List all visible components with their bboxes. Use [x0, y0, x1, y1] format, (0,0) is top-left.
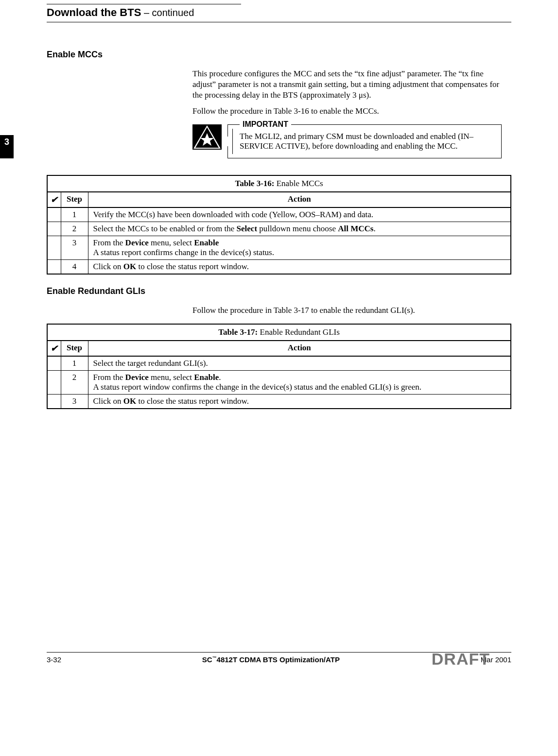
page-number: 3-32: [47, 655, 61, 664]
action-cell: Click on OK to close the status report w…: [88, 260, 511, 275]
running-head-continued: – continued: [141, 7, 194, 18]
chapter-flag-number: 3: [4, 137, 9, 147]
step-number: 1: [61, 356, 88, 371]
step-number: 2: [61, 222, 88, 236]
action-cell: Verify the MCC(s) have been downloaded w…: [88, 207, 511, 222]
table-row: 3 From the Device menu, select Enable A …: [47, 236, 511, 260]
para-1: This procedure configures the MCC and se…: [192, 69, 502, 100]
action-cell: From the Device menu, select Enable. A s…: [88, 370, 511, 394]
table-3-17: Table 3-17: Enable Redundant GLIs ✔ Step…: [47, 324, 511, 409]
table-row: 2 Select the MCCs to be enabled or from …: [47, 222, 511, 236]
step-number: 3: [61, 236, 88, 260]
action-cell: Select the MCCs to be enabled or from th…: [88, 222, 511, 236]
chapter-flag: 3: [0, 135, 14, 158]
footer-center: SC™4812T CDMA BTS Optimization/ATP: [61, 655, 481, 664]
col-action: Action: [88, 192, 511, 207]
important-callout: IMPORTANT The MGLI2, and primary CSM mus…: [192, 124, 502, 158]
action-cell: From the Device menu, select Enable A st…: [88, 236, 511, 260]
section-heading-enable-mccs: Enable MCCs: [47, 50, 511, 60]
important-star-icon: [192, 124, 222, 150]
table-3-16: Table 3-16: Enable MCCs ✔ Step Action 1 …: [47, 175, 511, 275]
action-cell: Select the target redundant GLI(s).: [88, 356, 511, 371]
table-title: Table 3-17: Enable Redundant GLIs: [47, 324, 511, 341]
col-step: Step: [61, 192, 88, 207]
table-title-prefix: Table 3-17:: [218, 327, 258, 337]
important-label: IMPORTANT: [240, 120, 291, 129]
body-text: Follow the procedure in Table 3-17 to en…: [192, 305, 502, 316]
table-title-prefix: Table 3-16:: [235, 179, 274, 188]
running-head-title: Download the BTS: [47, 6, 141, 18]
table-row: 3 Click on OK to close the status report…: [47, 394, 511, 409]
step-number: 4: [61, 260, 88, 275]
col-check: ✔: [47, 341, 61, 356]
action-cell: Click on OK to close the status report w…: [88, 394, 511, 409]
col-check: ✔: [47, 192, 61, 207]
table-row: 1 Verify the MCC(s) have been downloaded…: [47, 207, 511, 222]
col-step: Step: [61, 341, 88, 356]
table-row: 2 From the Device menu, select Enable. A…: [47, 370, 511, 394]
table-row: 1 Select the target redundant GLI(s).: [47, 356, 511, 371]
table-title: Table 3-16: Enable MCCs: [47, 175, 511, 192]
table-title-text: Enable Redundant GLIs: [258, 327, 340, 337]
table-title-text: Enable MCCs: [274, 179, 323, 188]
step-number: 1: [61, 207, 88, 222]
para-3: Follow the procedure in Table 3-17 to en…: [192, 305, 502, 316]
para-2: Follow the procedure in Table 3-16 to en…: [192, 106, 502, 117]
section-heading-enable-redundant-glis: Enable Redundant GLIs: [47, 286, 511, 296]
important-text: The MGLI2, and primary CSM must be downl…: [240, 132, 494, 151]
body-text: This procedure configures the MCC and se…: [192, 69, 502, 117]
draft-watermark: DRAFT: [432, 650, 490, 669]
col-action: Action: [88, 341, 511, 356]
table-row: 4 Click on OK to close the status report…: [47, 260, 511, 275]
step-number: 2: [61, 370, 88, 394]
step-number: 3: [61, 394, 88, 409]
running-head: Download the BTS – continued: [47, 6, 511, 19]
